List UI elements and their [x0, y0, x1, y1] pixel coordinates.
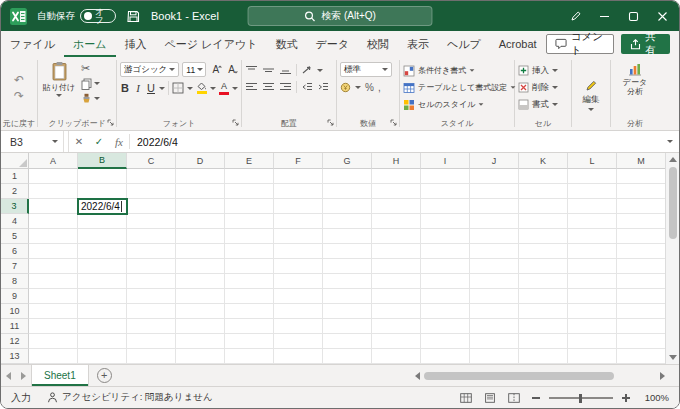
cell-K1[interactable]: [519, 169, 568, 184]
cell-B11[interactable]: [78, 319, 127, 334]
increase-font-size-button[interactable]: A: [209, 64, 222, 75]
format-painter-button[interactable]: [81, 92, 100, 105]
cell-E9[interactable]: [225, 289, 274, 304]
tab-ヘルプ[interactable]: ヘルプ: [438, 31, 490, 57]
close-button[interactable]: [648, 1, 677, 31]
cell-A4[interactable]: [29, 214, 78, 229]
page-break-preview-button[interactable]: [505, 390, 523, 406]
cell-B13[interactable]: [78, 349, 127, 364]
cell-A3[interactable]: [29, 199, 78, 214]
cell-L10[interactable]: [568, 304, 617, 319]
row-header-4[interactable]: 4: [1, 214, 29, 229]
expand-formula-bar-button[interactable]: [661, 131, 679, 152]
cell-J11[interactable]: [470, 319, 519, 334]
currency-dropdown-icon[interactable]: [355, 86, 361, 89]
cell-C10[interactable]: [127, 304, 176, 319]
horizontal-scrollbar[interactable]: [415, 368, 665, 384]
cell-K7[interactable]: [519, 259, 568, 274]
autosave-toggle[interactable]: オフ: [80, 9, 116, 23]
redo-icon[interactable]: ↷: [14, 90, 24, 102]
column-header-K[interactable]: K: [519, 153, 568, 169]
cell-B8[interactable]: [78, 274, 127, 289]
row-header-11[interactable]: 11: [1, 319, 29, 334]
orientation-button[interactable]: [301, 65, 313, 75]
decrease-font-size-button[interactable]: A: [225, 64, 238, 75]
sheet-tab-sheet1[interactable]: Sheet1: [31, 365, 89, 386]
cell-I6[interactable]: [421, 244, 470, 259]
cell-K6[interactable]: [519, 244, 568, 259]
column-header-L[interactable]: L: [568, 153, 617, 169]
delete-cells-button[interactable]: 削除: [518, 80, 568, 95]
tab-データ[interactable]: データ: [306, 31, 358, 57]
cell-J13[interactable]: [470, 349, 519, 364]
format-as-table-button[interactable]: テーブルとして書式設定: [403, 80, 511, 95]
cell-D1[interactable]: [176, 169, 225, 184]
cell-K4[interactable]: [519, 214, 568, 229]
cell-F5[interactable]: [274, 229, 323, 244]
cell-A11[interactable]: [29, 319, 78, 334]
cell-F2[interactable]: [274, 184, 323, 199]
cell-J10[interactable]: [470, 304, 519, 319]
cell-M13[interactable]: [617, 349, 666, 364]
column-header-H[interactable]: H: [372, 153, 421, 169]
data-analysis-button[interactable]: データ分析: [614, 59, 656, 116]
zoom-in-button[interactable]: [619, 391, 633, 405]
cell-F12[interactable]: [274, 334, 323, 349]
cell-J8[interactable]: [470, 274, 519, 289]
zoom-level[interactable]: 100%: [639, 392, 669, 403]
column-header-D[interactable]: D: [176, 153, 225, 169]
cell-L7[interactable]: [568, 259, 617, 274]
column-header-G[interactable]: G: [323, 153, 372, 169]
cell-I4[interactable]: [421, 214, 470, 229]
column-header-F[interactable]: F: [274, 153, 323, 169]
cell-D12[interactable]: [176, 334, 225, 349]
cell-E13[interactable]: [225, 349, 274, 364]
cell-I3[interactable]: [421, 199, 470, 214]
cell-I12[interactable]: [421, 334, 470, 349]
number-format-select[interactable]: 標準: [340, 62, 392, 77]
currency-icon[interactable]: [340, 82, 351, 93]
cell-D9[interactable]: [176, 289, 225, 304]
cell-I13[interactable]: [421, 349, 470, 364]
vertical-scroll-thumb[interactable]: [669, 167, 677, 239]
cell-D3[interactable]: [176, 199, 225, 214]
cell-M3[interactable]: [617, 199, 666, 214]
cell-J4[interactable]: [470, 214, 519, 229]
cell-E8[interactable]: [225, 274, 274, 289]
cancel-entry-button[interactable]: ✕: [69, 131, 89, 152]
cell-I10[interactable]: [421, 304, 470, 319]
previous-sheet-icon[interactable]: [1, 365, 16, 386]
cell-C13[interactable]: [127, 349, 176, 364]
cell-C12[interactable]: [127, 334, 176, 349]
cell-styles-button[interactable]: セルのスタイル: [403, 97, 511, 112]
cell-C1[interactable]: [127, 169, 176, 184]
tab-ホーム[interactable]: ホーム: [64, 31, 116, 57]
cell-H7[interactable]: [372, 259, 421, 274]
cell-E4[interactable]: [225, 214, 274, 229]
cell-C5[interactable]: [127, 229, 176, 244]
cell-D11[interactable]: [176, 319, 225, 334]
cell-M6[interactable]: [617, 244, 666, 259]
cell-C8[interactable]: [127, 274, 176, 289]
cell-H3[interactable]: [372, 199, 421, 214]
cell-E12[interactable]: [225, 334, 274, 349]
cell-J5[interactable]: [470, 229, 519, 244]
cell-D2[interactable]: [176, 184, 225, 199]
font-dialog-launcher-icon[interactable]: [232, 119, 239, 126]
cell-G12[interactable]: [323, 334, 372, 349]
cell-G9[interactable]: [323, 289, 372, 304]
cell-K8[interactable]: [519, 274, 568, 289]
cell-L12[interactable]: [568, 334, 617, 349]
cell-C3[interactable]: [127, 199, 176, 214]
cell-A10[interactable]: [29, 304, 78, 319]
cell-A7[interactable]: [29, 259, 78, 274]
cell-H11[interactable]: [372, 319, 421, 334]
cell-A13[interactable]: [29, 349, 78, 364]
cell-H2[interactable]: [372, 184, 421, 199]
comments-button[interactable]: コメント: [546, 34, 615, 54]
tab-Acrobat[interactable]: Acrobat: [490, 31, 546, 57]
scroll-down-icon[interactable]: [669, 355, 677, 360]
cell-G2[interactable]: [323, 184, 372, 199]
cell-K3[interactable]: [519, 199, 568, 214]
undo-icon[interactable]: ↶: [14, 74, 24, 86]
